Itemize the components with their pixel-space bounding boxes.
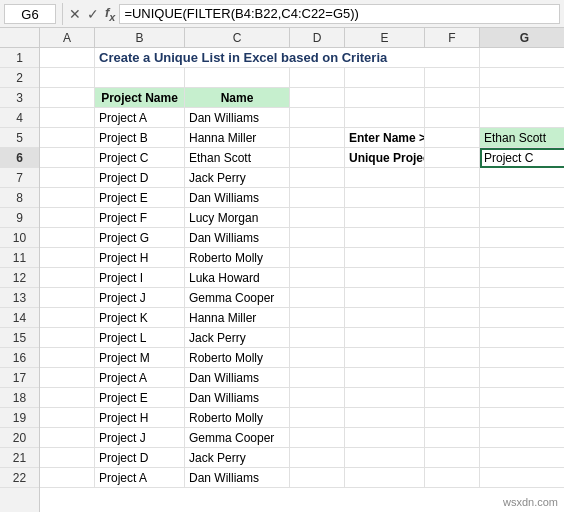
cell-a8[interactable] — [40, 188, 95, 208]
cell-d2[interactable] — [290, 68, 345, 88]
cell-d8[interactable] — [290, 188, 345, 208]
cell-b17[interactable]: Project A — [95, 368, 185, 388]
cell-g4[interactable] — [480, 108, 564, 128]
col-header-e[interactable]: E — [345, 28, 425, 47]
cell-e14[interactable] — [345, 308, 425, 328]
cell-a15[interactable] — [40, 328, 95, 348]
cell-g2[interactable] — [480, 68, 564, 88]
cell-c10[interactable]: Dan Williams — [185, 228, 290, 248]
cell-g8[interactable] — [480, 188, 564, 208]
cell-e19[interactable] — [345, 408, 425, 428]
cell-f7[interactable] — [425, 168, 480, 188]
col-header-b[interactable]: B — [95, 28, 185, 47]
cell-c11[interactable]: Roberto Molly — [185, 248, 290, 268]
cell-e22[interactable] — [345, 468, 425, 488]
confirm-icon[interactable]: ✓ — [87, 6, 99, 22]
row-num-6[interactable]: 6 — [0, 148, 39, 168]
cell-g17[interactable] — [480, 368, 564, 388]
cell-g5-input[interactable]: Ethan Scott — [480, 128, 564, 148]
row-num-8[interactable]: 8 — [0, 188, 39, 208]
cell-f10[interactable] — [425, 228, 480, 248]
cell-e13[interactable] — [345, 288, 425, 308]
cell-e21[interactable] — [345, 448, 425, 468]
cell-e15[interactable] — [345, 328, 425, 348]
row-num-14[interactable]: 14 — [0, 308, 39, 328]
cell-g7[interactable] — [480, 168, 564, 188]
cell-c17[interactable]: Dan Williams — [185, 368, 290, 388]
cell-g15[interactable] — [480, 328, 564, 348]
cell-b10[interactable]: Project G — [95, 228, 185, 248]
cell-b15[interactable]: Project L — [95, 328, 185, 348]
cell-a4[interactable] — [40, 108, 95, 128]
cell-c9[interactable]: Lucy Morgan — [185, 208, 290, 228]
col-header-g[interactable]: G — [480, 28, 564, 47]
cell-c21[interactable]: Jack Perry — [185, 448, 290, 468]
cell-g3[interactable] — [480, 88, 564, 108]
cell-f6[interactable] — [425, 148, 480, 168]
cell-f22[interactable] — [425, 468, 480, 488]
cell-a14[interactable] — [40, 308, 95, 328]
row-num-12[interactable]: 12 — [0, 268, 39, 288]
cell-c6[interactable]: Ethan Scott — [185, 148, 290, 168]
row-num-19[interactable]: 19 — [0, 408, 39, 428]
cell-c5[interactable]: Hanna Miller — [185, 128, 290, 148]
cell-g20[interactable] — [480, 428, 564, 448]
cell-f14[interactable] — [425, 308, 480, 328]
cell-f11[interactable] — [425, 248, 480, 268]
cell-b14[interactable]: Project K — [95, 308, 185, 328]
cell-b4[interactable]: Project A — [95, 108, 185, 128]
row-num-9[interactable]: 9 — [0, 208, 39, 228]
cell-d11[interactable] — [290, 248, 345, 268]
row-num-17[interactable]: 17 — [0, 368, 39, 388]
row-num-5[interactable]: 5 — [0, 128, 39, 148]
cancel-icon[interactable]: ✕ — [69, 6, 81, 22]
cell-f4[interactable] — [425, 108, 480, 128]
col-header-f[interactable]: F — [425, 28, 480, 47]
cell-g10[interactable] — [480, 228, 564, 248]
cell-e20[interactable] — [345, 428, 425, 448]
cell-c12[interactable]: Luka Howard — [185, 268, 290, 288]
cell-f2[interactable] — [425, 68, 480, 88]
cell-d3[interactable] — [290, 88, 345, 108]
cell-a17[interactable] — [40, 368, 95, 388]
cell-g11[interactable] — [480, 248, 564, 268]
cell-b19[interactable]: Project H — [95, 408, 185, 428]
cell-d10[interactable] — [290, 228, 345, 248]
formula-input[interactable] — [119, 4, 560, 24]
cell-f3[interactable] — [425, 88, 480, 108]
cell-a2[interactable] — [40, 68, 95, 88]
cell-d16[interactable] — [290, 348, 345, 368]
cell-d20[interactable] — [290, 428, 345, 448]
cell-a7[interactable] — [40, 168, 95, 188]
cell-c20[interactable]: Gemma Cooper — [185, 428, 290, 448]
cell-e2[interactable] — [345, 68, 425, 88]
cell-d9[interactable] — [290, 208, 345, 228]
cell-c16[interactable]: Roberto Molly — [185, 348, 290, 368]
cell-a19[interactable] — [40, 408, 95, 428]
cell-c14[interactable]: Hanna Miller — [185, 308, 290, 328]
cell-a20[interactable] — [40, 428, 95, 448]
cell-d5[interactable] — [290, 128, 345, 148]
cell-g9[interactable] — [480, 208, 564, 228]
cell-b20[interactable]: Project J — [95, 428, 185, 448]
row-num-22[interactable]: 22 — [0, 468, 39, 488]
cell-e11[interactable] — [345, 248, 425, 268]
cell-a12[interactable] — [40, 268, 95, 288]
cell-a1[interactable] — [40, 48, 95, 68]
cell-e12[interactable] — [345, 268, 425, 288]
cell-a10[interactable] — [40, 228, 95, 248]
row-num-7[interactable]: 7 — [0, 168, 39, 188]
cell-b7[interactable]: Project D — [95, 168, 185, 188]
cell-b13[interactable]: Project J — [95, 288, 185, 308]
cell-f18[interactable] — [425, 388, 480, 408]
cell-e16[interactable] — [345, 348, 425, 368]
cell-a3[interactable] — [40, 88, 95, 108]
cell-d7[interactable] — [290, 168, 345, 188]
cell-a21[interactable] — [40, 448, 95, 468]
cell-b11[interactable]: Project H — [95, 248, 185, 268]
cell-a5[interactable] — [40, 128, 95, 148]
row-num-10[interactable]: 10 — [0, 228, 39, 248]
cell-e17[interactable] — [345, 368, 425, 388]
cell-c19[interactable]: Roberto Molly — [185, 408, 290, 428]
row-num-4[interactable]: 4 — [0, 108, 39, 128]
